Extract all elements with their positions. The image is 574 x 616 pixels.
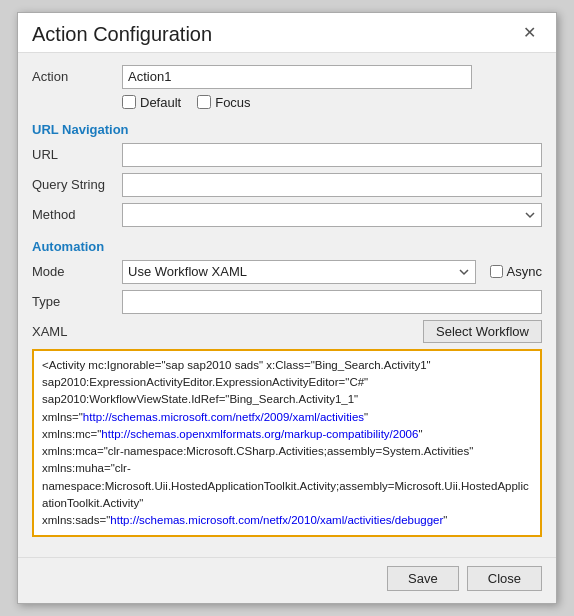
- mode-row: Mode Use Workflow XAML Manual Auto Async: [32, 260, 542, 284]
- xaml-label: XAML: [32, 324, 122, 339]
- xmlns-mc-link[interactable]: http://schemas.openxmlformats.org/markup…: [101, 428, 418, 440]
- url-input[interactable]: [122, 143, 542, 167]
- focus-checkbox[interactable]: [197, 95, 211, 109]
- url-label: URL: [32, 147, 122, 162]
- url-navigation-section-label: URL Navigation: [32, 122, 542, 137]
- action-input[interactable]: [122, 65, 472, 89]
- xmlns-sads-link[interactable]: http://schemas.microsoft.com/netfx/2010/…: [110, 514, 443, 526]
- async-label: Async: [507, 264, 542, 279]
- focus-label: Focus: [215, 95, 250, 110]
- type-input[interactable]: [122, 290, 542, 314]
- mode-select-wrap: Use Workflow XAML Manual Auto Async: [122, 260, 542, 284]
- method-label: Method: [32, 207, 122, 222]
- type-label: Type: [32, 294, 122, 309]
- default-label: Default: [140, 95, 181, 110]
- automation-section-label: Automation: [32, 239, 542, 254]
- close-button[interactable]: Close: [467, 566, 542, 591]
- url-row: URL: [32, 143, 542, 167]
- mode-label: Mode: [32, 264, 122, 279]
- checkbox-row: Default Focus: [122, 95, 542, 110]
- method-row: Method GET POST PUT DELETE: [32, 203, 542, 227]
- query-string-label: Query String: [32, 177, 122, 192]
- focus-checkbox-item[interactable]: Focus: [197, 95, 250, 110]
- query-string-input[interactable]: [122, 173, 542, 197]
- query-string-row: Query String: [32, 173, 542, 197]
- dialog-footer: Save Close: [18, 557, 556, 603]
- method-select[interactable]: GET POST PUT DELETE: [122, 203, 542, 227]
- dialog-title-bar: Action Configuration ✕: [18, 13, 556, 53]
- action-configuration-dialog: Action Configuration ✕ Action Default Fo…: [17, 12, 557, 605]
- type-row: Type: [32, 290, 542, 314]
- mode-select[interactable]: Use Workflow XAML Manual Auto: [122, 260, 476, 284]
- default-checkbox[interactable]: [122, 95, 136, 109]
- async-checkbox[interactable]: [490, 265, 503, 278]
- xaml-editor[interactable]: <Activity mc:Ignorable="sap sap2010 sads…: [32, 349, 542, 538]
- dialog-body: Action Default Focus URL Navigation URL …: [18, 53, 556, 558]
- async-checkbox-item[interactable]: Async: [490, 264, 542, 279]
- save-button[interactable]: Save: [387, 566, 459, 591]
- action-label: Action: [32, 69, 122, 84]
- xaml-row: XAML Select Workflow: [32, 320, 542, 343]
- dialog-close-button[interactable]: ✕: [517, 23, 542, 43]
- xmlns-link[interactable]: http://schemas.microsoft.com/netfx/2009/…: [83, 411, 364, 423]
- dialog-title: Action Configuration: [32, 23, 212, 46]
- select-workflow-button[interactable]: Select Workflow: [423, 320, 542, 343]
- action-row: Action: [32, 65, 542, 89]
- default-checkbox-item[interactable]: Default: [122, 95, 181, 110]
